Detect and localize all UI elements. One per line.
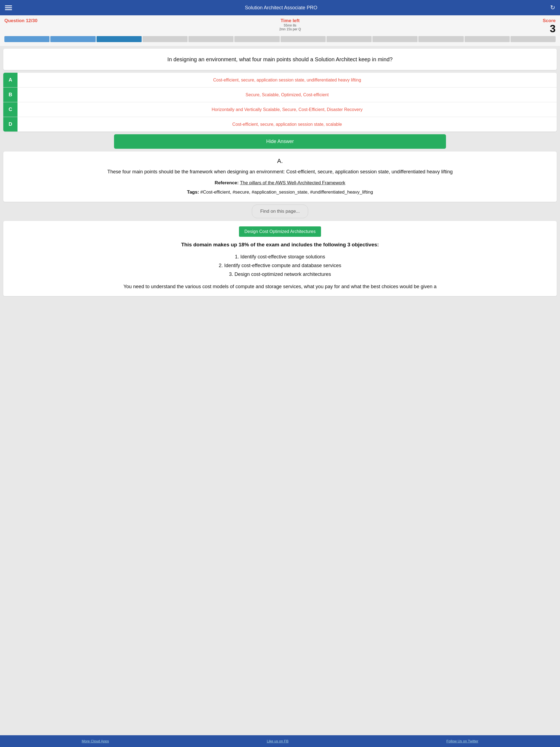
score-section: Score 3 (543, 18, 556, 34)
domain-badge: Design Cost Optimized Architectures (239, 226, 321, 237)
footer-link-more-cloud-apps[interactable]: More Cloud Apps (82, 739, 109, 743)
menu-button[interactable] (5, 5, 12, 10)
domain-objective-1: 1. Identify cost-effective storage solut… (8, 252, 552, 261)
progress-seg-1 (50, 36, 96, 42)
progress-seg-2 (97, 36, 142, 42)
answer-card: A. These four main points should be the … (3, 152, 557, 202)
domain-objective-3: 3. Design cost-optimized network archite… (8, 270, 552, 279)
question-counter: Question 12/30 (4, 18, 37, 24)
question-card: In designing an environment, what four m… (3, 49, 557, 70)
progress-seg-0 (4, 36, 50, 42)
option-text-b: Secure, Scalable, Optimized, Cost-effici… (18, 88, 557, 102)
progress-seg-9 (418, 36, 463, 42)
progress-seg-6 (281, 36, 326, 42)
time-section: Time left 55mn 8s 2mn 15s per Q (279, 18, 301, 31)
domain-card: Design Cost Optimized Architectures This… (3, 221, 557, 296)
score-value: 3 (543, 24, 556, 34)
tags-label: Tags: (187, 189, 199, 195)
option-row-c[interactable]: C Horizontally and Vertically Scalable, … (3, 102, 557, 117)
option-letter-a: A (3, 73, 18, 87)
app-footer: More Cloud Apps Like us on FB Follow Us … (0, 735, 560, 747)
refresh-icon[interactable]: ↻ (550, 4, 555, 11)
time-main: 55mn 8s (279, 24, 301, 27)
option-letter-d: D (3, 117, 18, 131)
score-label: Score (543, 18, 556, 24)
progress-bar (4, 36, 556, 42)
domain-objectives: 1. Identify cost-effective storage solut… (8, 252, 552, 279)
answer-tags: Tags: #Cost-efficient, #secure, #applica… (9, 188, 551, 196)
option-text-a: Cost-efficient, secure, application sess… (18, 73, 557, 87)
question-label: Question 12/30 (4, 18, 37, 24)
app-title: Solution Architect Associate PRO (12, 5, 550, 11)
progress-seg-3 (143, 36, 187, 42)
tags-text: #Cost-efficient, #secure, #application_s… (200, 189, 373, 195)
footer-link-twitter[interactable]: Follow Us on Twitter (447, 739, 479, 743)
answer-explanation: These four main points should be the fra… (9, 168, 551, 176)
reference-label: Reference: (215, 180, 239, 185)
domain-description: You need to understand the various cost … (8, 283, 552, 291)
progress-seg-7 (327, 36, 372, 42)
progress-seg-8 (373, 36, 417, 42)
main-content: In designing an environment, what four m… (0, 46, 560, 735)
app-header: Solution Architect Associate PRO ↻ (0, 0, 560, 15)
progress-seg-11 (510, 36, 556, 42)
option-row-b[interactable]: B Secure, Scalable, Optimized, Cost-effi… (3, 87, 557, 102)
progress-seg-10 (464, 36, 510, 42)
option-row-d[interactable]: D Cost-efficient, secure, application se… (3, 117, 557, 131)
progress-seg-4 (188, 36, 233, 42)
find-on-page-button[interactable]: Find on this page... (252, 205, 308, 218)
options-list: A Cost-efficient, secure, application se… (3, 73, 557, 131)
domain-title: This domain makes up 18% of the exam and… (8, 241, 552, 249)
option-letter-c: C (3, 102, 18, 117)
question-text: In designing an environment, what four m… (9, 55, 551, 63)
option-text-d: Cost-efficient, secure, application sess… (18, 118, 557, 131)
stats-bar: Question 12/30 Time left 55mn 8s 2mn 15s… (0, 15, 560, 34)
footer-link-facebook[interactable]: Like us on FB (267, 739, 289, 743)
answer-reference: Reference: The pillars of the AWS Well-A… (9, 180, 551, 186)
time-per-q: 2mn 15s per Q (279, 27, 301, 31)
answer-letter: A. (9, 157, 551, 164)
progress-container (0, 34, 560, 46)
option-row-a[interactable]: A Cost-efficient, secure, application se… (3, 73, 557, 87)
domain-objective-2: 2. Identify cost-effective compute and d… (8, 261, 552, 270)
progress-seg-5 (234, 36, 279, 42)
option-text-c: Horizontally and Vertically Scalable, Se… (18, 103, 557, 117)
hide-answer-button[interactable]: Hide Answer (114, 134, 446, 149)
time-label: Time left (279, 18, 301, 24)
reference-link[interactable]: The pillars of the AWS Well-Architected … (240, 180, 345, 185)
option-letter-b: B (3, 87, 18, 102)
